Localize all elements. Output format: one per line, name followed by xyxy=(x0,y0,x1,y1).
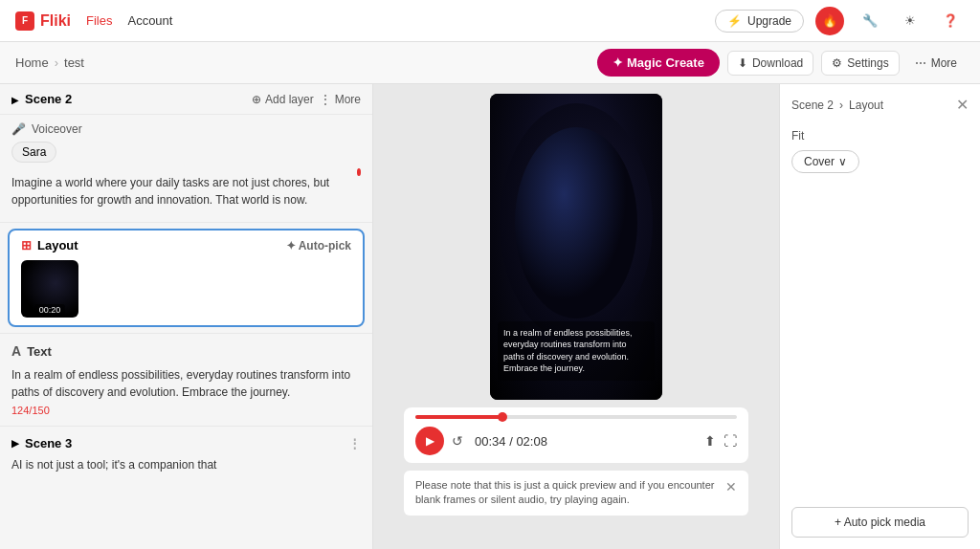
scene2-title: Scene 2 xyxy=(25,92,246,106)
share-icon[interactable]: ⬆ xyxy=(704,433,716,449)
center-panel: In a realm of endless possibilities, eve… xyxy=(373,84,779,549)
text-section-header: A Text xyxy=(11,343,361,359)
auto-pick-label[interactable]: ✦ Auto-pick xyxy=(286,239,351,253)
notice-text: Please note that this is just a quick pr… xyxy=(415,478,718,508)
scene3-more-icon[interactable]: ⋮ xyxy=(348,436,361,450)
upgrade-button[interactable]: Upgrade xyxy=(715,10,804,33)
nav-account[interactable]: Account xyxy=(127,13,172,28)
wrench-icon-btn[interactable]: 🔧 xyxy=(856,7,884,35)
chevron-down-icon: ∨ xyxy=(838,155,847,168)
auto-pick-media-button[interactable]: + Auto pick media xyxy=(791,507,969,538)
play-button[interactable]: ▶ xyxy=(415,427,444,455)
sun-icon-btn[interactable]: ☀ xyxy=(896,7,924,35)
app-logo[interactable]: F Fliki xyxy=(15,11,71,31)
breadcrumb-test[interactable]: test xyxy=(64,55,84,70)
playback-icons: ⬆ ⛶ xyxy=(704,433,737,449)
nav-files[interactable]: Files xyxy=(86,13,112,28)
right-panel-header: Scene 2 › Layout ✕ xyxy=(791,96,969,114)
cover-dropdown-button[interactable]: Cover ∨ xyxy=(791,150,859,173)
flame-icon-btn[interactable]: 🔥 xyxy=(815,7,844,35)
voiceover-text: Imagine a world where your daily tasks a… xyxy=(11,168,357,214)
main-layout: Scene 2 ⊕ Add layer ⋮ More 🎤 Voiceover S… xyxy=(0,84,980,549)
sara-speaker-tag[interactable]: Sara xyxy=(11,142,56,163)
download-icon: ⬇ xyxy=(738,56,747,70)
scene3-text: AI is not just a tool; it's a companion … xyxy=(11,456,361,473)
playback-controls: ▶ ↺ 00:34 / 02:08 ⬆ ⛶ xyxy=(415,427,737,455)
logo-icon: F xyxy=(15,11,34,31)
breadcrumb-sep: › xyxy=(55,55,58,70)
text-section: A Text In a realm of endless possibiliti… xyxy=(0,333,372,426)
scene2-header: Scene 2 ⊕ Add layer ⋮ More xyxy=(0,84,372,115)
right-panel: Scene 2 › Layout ✕ Fit Cover ∨ + Auto pi… xyxy=(779,84,980,549)
more-dots-icon: ⋯ xyxy=(915,56,926,70)
rp-scene2-label: Scene 2 xyxy=(791,99,834,112)
replay-button[interactable]: ↺ xyxy=(452,433,463,449)
scene3-section: ▶ Scene 3 ⋮ AI is not just a tool; it's … xyxy=(0,426,372,483)
progress-track[interactable] xyxy=(415,415,737,419)
download-button[interactable]: ⬇ Download xyxy=(727,51,813,76)
upgrade-icon xyxy=(727,14,742,28)
progress-thumb xyxy=(498,412,507,422)
more-icon: ⋮ xyxy=(320,93,331,106)
notice-bar: Please note that this is just a quick pr… xyxy=(404,471,748,516)
fit-label: Fit xyxy=(791,129,969,143)
recording-indicator xyxy=(357,168,361,176)
rp-layout-label: Layout xyxy=(849,99,883,112)
scene-play-icon xyxy=(11,92,19,106)
layout-section[interactable]: ⊞ Layout ✦ Auto-pick 00:20 xyxy=(8,229,365,327)
toolbar-right: ✦ Magic Create ⬇ Download ⚙ Settings ⋯ M… xyxy=(597,49,965,77)
nav-right: Upgrade 🔥 🔧 ☀ ❓ xyxy=(715,7,965,35)
breadcrumb-home[interactable]: Home xyxy=(15,55,49,70)
help-icon-btn[interactable]: ❓ xyxy=(936,7,965,35)
settings-button[interactable]: ⚙ Settings xyxy=(821,51,899,76)
right-panel-breadcrumb: Scene 2 › Layout xyxy=(791,99,883,112)
more-button[interactable]: ⋯ More xyxy=(907,52,965,75)
left-panel: Scene 2 ⊕ Add layer ⋮ More 🎤 Voiceover S… xyxy=(0,84,373,549)
settings-icon: ⚙ xyxy=(832,56,842,70)
magic-create-button[interactable]: ✦ Magic Create xyxy=(597,49,720,77)
notice-close-button[interactable]: ✕ xyxy=(725,478,737,497)
layout-header: ⊞ Layout ✦ Auto-pick xyxy=(21,238,351,253)
scene3-title: Scene 3 xyxy=(25,436,72,450)
char-count: 124/150 xyxy=(11,405,361,416)
mic-icon: 🎤 xyxy=(11,122,26,136)
playback-bar: ▶ ↺ 00:34 / 02:08 ⬆ ⛶ xyxy=(404,407,748,463)
video-preview: In a realm of endless possibilities, eve… xyxy=(490,94,662,400)
layout-duration: 00:20 xyxy=(35,304,65,316)
layout-grid-icon: ⊞ xyxy=(21,238,32,253)
progress-fill xyxy=(415,415,502,419)
text-content[interactable]: In a realm of endless possibilities, eve… xyxy=(11,366,361,401)
scene3-header: ▶ Scene 3 ⋮ xyxy=(11,436,361,450)
scene3-play-icon: ▶ xyxy=(11,438,19,449)
add-layer-icon: ⊕ xyxy=(252,93,261,106)
breadcrumb: Home › test xyxy=(15,55,84,70)
add-layer-button[interactable]: ⊕ Add layer xyxy=(252,93,314,106)
scene2-more-button[interactable]: ⋮ More xyxy=(320,93,361,106)
top-nav: F Fliki Files Account Upgrade 🔥 🔧 ☀ ❓ xyxy=(0,0,980,42)
video-overlay-text: In a realm of endless possibilities, eve… xyxy=(498,321,655,381)
toolbar: Home › test ✦ Magic Create ⬇ Download ⚙ … xyxy=(0,42,980,84)
time-display: 00:34 / 02:08 xyxy=(475,434,697,449)
expand-icon[interactable]: ⛶ xyxy=(724,433,737,449)
rp-breadcrumb-sep: › xyxy=(839,99,843,112)
voiceover-label: 🎤 Voiceover xyxy=(11,122,361,136)
layout-thumbnail[interactable]: 00:20 xyxy=(21,260,78,318)
right-panel-close-button[interactable]: ✕ xyxy=(956,96,969,114)
voiceover-section: 🎤 Voiceover Sara Imagine a world where y… xyxy=(0,115,372,223)
text-icon: A xyxy=(11,343,21,359)
